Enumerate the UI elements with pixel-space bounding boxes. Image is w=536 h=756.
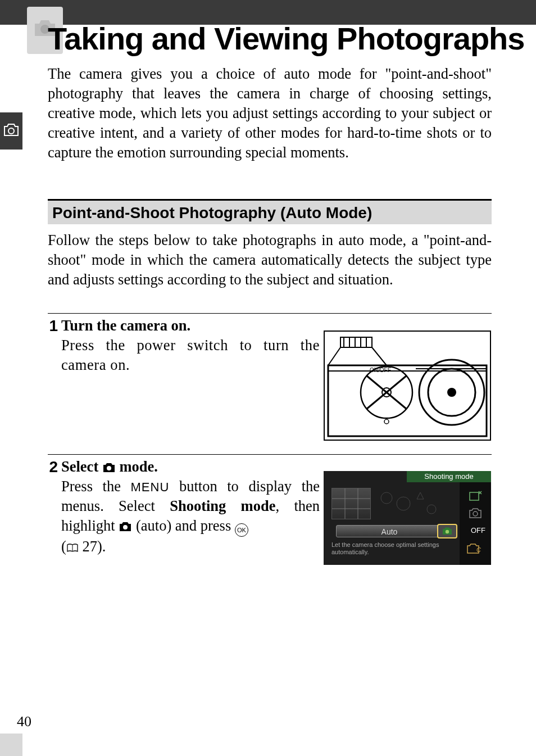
book-icon [66, 538, 79, 547]
svg-point-19 [107, 466, 111, 470]
advanced-mode-icon [469, 490, 482, 505]
camera-icon [3, 123, 19, 139]
section-heading: Point-and-Shoot Photography (Auto Mode) [48, 199, 492, 224]
svg-point-20 [123, 525, 128, 529]
menu-label: MENU [131, 480, 170, 494]
preview-thumb [331, 488, 371, 519]
svg-point-14 [384, 419, 389, 424]
svg-point-31 [473, 511, 478, 516]
svg-rect-4 [340, 337, 372, 347]
step-body: Press the power switch to turn the camer… [61, 336, 320, 375]
figure-power-switch: ON/OFF [324, 331, 491, 441]
figure-shooting-mode-menu: Shooting mode Auto OFF Let the camera ch… [324, 471, 491, 565]
svg-point-28 [427, 505, 436, 514]
camera-icon [102, 460, 116, 471]
menu-item-auto: Auto [336, 525, 443, 537]
svg-point-1 [8, 128, 14, 134]
menu-header: Shooting mode [407, 471, 491, 482]
creative-mode-icon: C [466, 543, 482, 556]
svg-point-27 [397, 497, 410, 510]
menu-selected-icon [437, 524, 457, 538]
svg-point-29 [446, 530, 449, 533]
step-title: Select mode. [61, 458, 158, 476]
ok-icon: OK [235, 523, 248, 537]
side-tab [0, 112, 22, 150]
background-pattern [375, 487, 448, 520]
camera-icon [119, 518, 132, 529]
section-intro: Follow the steps below to take photograp… [48, 230, 492, 289]
page-number: 40 [17, 713, 31, 730]
off-label: OFF [471, 526, 485, 535]
camera-icon [469, 508, 482, 521]
svg-text:C: C [476, 546, 481, 553]
svg-point-17 [447, 388, 456, 397]
svg-point-26 [381, 492, 392, 504]
on-off-label: ON/OFF [370, 367, 391, 373]
step-title: Turn the camera on. [61, 317, 190, 334]
menu-description: Let the camera choose optimal settings a… [331, 541, 449, 555]
chapter-title: Taking and Viewing Photographs [48, 20, 524, 57]
step-number: 1 [48, 318, 58, 334]
step-body: Press the MENU button to display the men… [61, 477, 320, 556]
chapter-intro: The camera gives you a choice of auto mo… [48, 64, 492, 162]
svg-rect-30 [470, 492, 479, 500]
step-number: 2 [48, 459, 58, 475]
bottom-tab [0, 734, 22, 756]
